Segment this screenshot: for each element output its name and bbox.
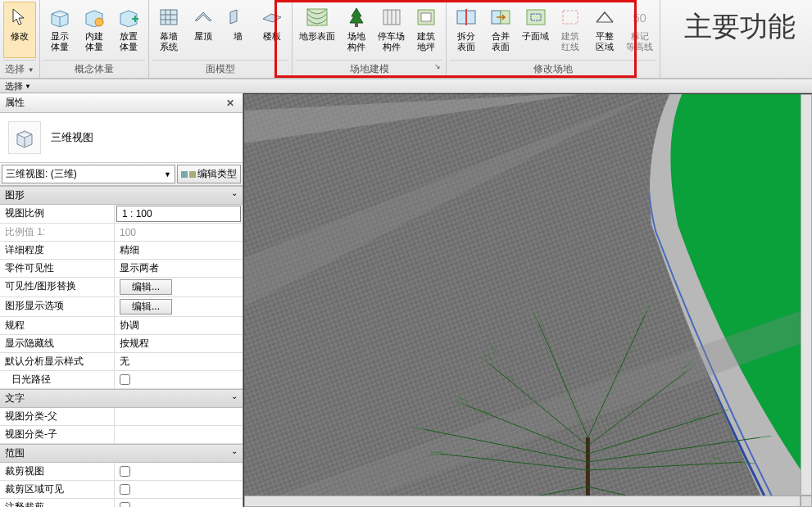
scrollbar-vertical[interactable] — [801, 94, 812, 496]
topo-icon — [304, 4, 330, 30]
value-analysis[interactable]: 无 — [115, 353, 243, 370]
label-contour-icon: 50 — [627, 4, 653, 30]
subregion-icon — [523, 4, 549, 30]
svg-rect-1 — [161, 10, 177, 25]
btn-toposurface[interactable]: 地形表面 — [296, 2, 338, 58]
btn-site-component[interactable]: 场地 构件 — [340, 2, 373, 58]
btn-graded-region[interactable]: 平整 区域 — [588, 2, 621, 58]
annotation-text: 主要功能 — [684, 8, 796, 46]
select-bar[interactable]: 选择▼ — [0, 79, 812, 93]
label-sunpath: 日光路径 — [0, 371, 115, 388]
chk-crop-vis[interactable] — [120, 484, 130, 495]
value-viewcat-child[interactable] — [115, 426, 243, 443]
section-text[interactable]: 文字⌄ — [0, 389, 243, 408]
scene-icon — [244, 94, 812, 507]
value-detail[interactable]: 精细 — [115, 242, 243, 259]
ribbon-toolbar: 修改 选择 ▼ 显示 体量 内建 体量 放置 体量 概念体量 幕墙 — [0, 0, 812, 79]
btn-parking[interactable]: 停车场 构件 — [374, 2, 408, 58]
btn-modify[interactable]: 修改 — [3, 2, 36, 58]
scrollbar-horizontal[interactable] — [244, 496, 801, 507]
btn-subregion[interactable]: 子面域 — [519, 2, 552, 58]
value-discipline[interactable]: 协调 — [115, 317, 243, 334]
group-select: 修改 选择 ▼ — [0, 0, 40, 78]
value-hidden[interactable]: 按规程 — [115, 335, 243, 352]
chevron-down-icon: ▼ — [25, 83, 31, 90]
btn-graphic-disp[interactable]: 编辑... — [120, 299, 172, 315]
btn-property-line: 建筑 红线 — [554, 2, 587, 58]
parking-icon — [379, 4, 405, 30]
group-mass: 显示 体量 内建 体量 放置 体量 概念体量 — [40, 0, 149, 78]
btn-roof[interactable]: 屋顶 — [187, 2, 220, 58]
cursor-icon — [7, 4, 33, 30]
label-graphic-disp: 图形显示选项 — [0, 297, 115, 316]
label-crop-vis: 裁剪区域可见 — [0, 481, 115, 498]
chk-anno-crop[interactable] — [120, 502, 130, 507]
propline-icon — [557, 4, 583, 30]
svg-point-0 — [95, 18, 103, 26]
close-icon[interactable]: ✕ — [223, 97, 238, 109]
value-parts-vis[interactable]: 显示两者 — [115, 260, 243, 277]
roof-icon — [190, 4, 216, 30]
input-view-scale[interactable]: 1 : 100 — [116, 206, 241, 222]
label-scale-value: 比例值 1: — [0, 224, 115, 241]
btn-show-mass[interactable]: 显示 体量 — [43, 2, 76, 58]
label-analysis: 默认分析显示样式 — [0, 353, 115, 370]
tree-icon — [343, 4, 370, 30]
svg-rect-3 — [355, 23, 358, 27]
properties-panel: 属性 ✕ 三维视图 三维视图: (三维) ▼ 编辑类型 图形⌄ 视图比例1 : … — [0, 93, 243, 507]
btn-floor[interactable]: 楼板 — [256, 2, 288, 58]
group-sitemodel: 地形表面 场地 构件 停车场 构件 建筑 地坪 场地建模 — [293, 0, 447, 78]
value-scale-value: 100 — [115, 224, 243, 241]
chk-crop-view[interactable] — [120, 466, 130, 477]
mass-show-icon — [47, 4, 73, 30]
btn-vis-override[interactable]: 编辑... — [120, 279, 172, 295]
label-discipline: 规程 — [0, 317, 115, 334]
group-label-mass: 概念体量 — [43, 60, 145, 78]
group-label-select: 选择 ▼ — [3, 60, 36, 78]
instance-dropdown[interactable]: 三维视图: (三维) ▼ — [2, 165, 175, 183]
btn-inplace-mass[interactable]: 内建 体量 — [78, 2, 111, 58]
group-label-editsite: 修改场地 — [450, 60, 656, 78]
scrollbar-corner — [801, 496, 812, 507]
label-crop-view: 裁剪视图 — [0, 463, 115, 480]
chk-sunpath[interactable] — [120, 374, 130, 385]
label-viewcat-parent: 视图分类-父 — [0, 408, 115, 425]
chevron-down-icon: ▼ — [164, 170, 171, 179]
section-extents[interactable]: 范围⌄ — [0, 444, 243, 463]
svg-rect-10 — [527, 10, 545, 25]
section-graphics[interactable]: 图形⌄ — [0, 186, 243, 205]
svg-rect-6 — [421, 13, 431, 21]
floor-icon — [259, 4, 285, 30]
btn-curtain[interactable]: 幕墙 系统 — [152, 2, 185, 58]
pad-icon — [413, 4, 439, 30]
btn-label-contours: 50 标记 等高线 — [623, 2, 656, 58]
label-view-scale: 视图比例 — [0, 205, 115, 223]
edit-type-button[interactable]: 编辑类型 — [177, 165, 241, 183]
label-viewcat-child: 视图分类-子 — [0, 426, 115, 443]
btn-wall[interactable]: 墙 — [221, 2, 254, 58]
split-icon — [453, 4, 479, 30]
label-detail: 详细程度 — [0, 242, 115, 259]
btn-place-mass[interactable]: 放置 体量 — [112, 2, 145, 58]
curtain-icon — [156, 4, 182, 30]
label-anno-crop: 注释裁剪 — [0, 499, 115, 507]
type-selector[interactable]: 三维视图 — [0, 113, 243, 163]
group-label-sitemodel[interactable]: 场地建模 — [296, 60, 442, 78]
group-editsite: 拆分 表面 合并 表面 子面域 建筑 红线 平整 区域 50 标记 等高线 — [447, 0, 660, 78]
viewport-3d[interactable] — [243, 93, 812, 507]
label-parts-vis: 零件可见性 — [0, 260, 115, 277]
label-vis-override: 可见性/图形替换 — [0, 278, 115, 297]
btn-building-pad[interactable]: 建筑 地坪 — [410, 2, 442, 58]
group-label-face: 面模型 — [152, 60, 288, 78]
value-viewcat-parent[interactable] — [115, 408, 243, 425]
mass-inplace-icon — [81, 4, 107, 30]
properties-title-bar: 属性 ✕ — [0, 93, 243, 113]
label-hidden: 显示隐藏线 — [0, 335, 115, 352]
mass-place-icon — [116, 4, 142, 30]
merge-icon — [488, 4, 514, 30]
btn-split-surface[interactable]: 拆分 表面 — [450, 2, 483, 58]
view3d-icon — [8, 121, 41, 154]
btn-merge-surface[interactable]: 合并 表面 — [484, 2, 517, 58]
group-face: 幕墙 系统 屋顶 墙 楼板 面模型 — [149, 0, 293, 78]
graded-icon — [592, 4, 618, 30]
